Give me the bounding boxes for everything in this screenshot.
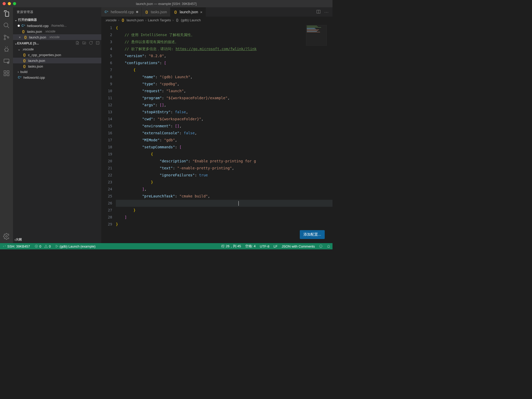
file-item[interactable]: C⁺helloworld.cpp [13, 75, 101, 80]
sidebar: 资源管理器 打开的编辑器 C⁺ helloworld.cpp /home/kb.… [13, 7, 101, 243]
folder-label: build [20, 70, 27, 74]
json-icon: {} [22, 64, 26, 68]
workspace-label: EXAMPLE [S... [17, 42, 39, 45]
explorer-icon[interactable] [3, 10, 10, 17]
status-bar: SSH: 39KB457 0 0 (gdb) Launch (example) … [0, 243, 332, 249]
close-icon[interactable] [3, 2, 6, 5]
file-item[interactable]: {}c_cpp_properties.json [13, 52, 101, 58]
cursor-position[interactable]: 行 26，列 45 [219, 243, 243, 249]
file-path: .vscode [45, 30, 55, 33]
open-editor-item[interactable]: {} tasks.json .vscode [13, 29, 101, 34]
svg-point-11 [6, 236, 8, 237]
folder-item[interactable]: build [13, 69, 101, 75]
file-tree: .vscode {}c_cpp_properties.json {}launch… [13, 46, 101, 80]
outline-header[interactable]: 大纲 [13, 236, 101, 243]
code-editor[interactable]: 1234567891011121314151617181920212223242… [101, 23, 332, 243]
modified-icon [18, 25, 20, 27]
collapse-icon[interactable] [96, 41, 100, 46]
file-label: helloworld.cpp [27, 24, 49, 28]
refresh-icon[interactable] [89, 41, 93, 46]
svg-point-1 [4, 35, 5, 36]
titlebar: launch.json — example [SSH: 39KB457] [0, 0, 332, 7]
crumb[interactable]: Launch Targets [148, 18, 171, 22]
crumb[interactable]: launch.json [127, 18, 144, 22]
debug-status[interactable]: (gdb) Launch (example) [53, 243, 98, 249]
line-numbers: 1234567891011121314151617181920212223242… [101, 23, 116, 243]
cpp-icon: C⁺ [18, 75, 22, 79]
new-file-icon[interactable] [75, 41, 79, 46]
cpp-icon: C⁺ [104, 10, 109, 14]
extensions-icon[interactable] [3, 70, 10, 77]
svg-point-4 [5, 48, 8, 51]
close-icon[interactable]: × [200, 10, 203, 14]
code-content[interactable]: { // 使用 IntelliSense 了解相关属性。 // 悬停以查看现有属… [116, 23, 332, 243]
open-editor-item[interactable]: C⁺ helloworld.cpp /home/kb... [13, 23, 101, 29]
json-icon: {} [175, 18, 179, 22]
json-icon: {} [22, 58, 26, 63]
remote-status[interactable]: SSH: 39KB457 [0, 243, 32, 249]
tab-bar: C⁺helloworld.cpp {}tasks.json {}launch.j… [101, 7, 332, 17]
activity-bar [0, 7, 13, 243]
tab-label: helloworld.cpp [111, 10, 134, 14]
tab[interactable]: {}tasks.json [142, 7, 170, 17]
svg-rect-10 [7, 71, 9, 73]
maximize-icon[interactable] [13, 2, 16, 5]
language-mode[interactable]: JSON with Comments [280, 243, 317, 249]
modified-icon [136, 11, 138, 13]
open-editors-label: 打开的编辑器 [18, 18, 37, 22]
more-icon[interactable]: ··· [324, 10, 329, 14]
file-label: tasks.json [27, 30, 42, 34]
crumb[interactable]: (gdb) Launch [181, 18, 201, 22]
json-icon: {} [23, 35, 28, 39]
debug-icon[interactable] [3, 46, 10, 53]
open-editors-header[interactable]: 打开的编辑器 [13, 17, 101, 23]
crumb[interactable]: .vscode [105, 18, 117, 22]
problems-status[interactable]: 0 0 [32, 243, 53, 249]
json-icon: {} [174, 10, 178, 14]
folder-label: .vscode [22, 47, 34, 51]
json-icon: {} [21, 29, 25, 34]
folder-item[interactable]: .vscode [13, 46, 101, 52]
settings-icon[interactable] [3, 233, 10, 240]
editor-area: C⁺helloworld.cpp {}tasks.json {}launch.j… [101, 7, 332, 243]
window-title: launch.json — example [SSH: 39KB457] [136, 2, 196, 6]
file-item[interactable]: {}tasks.json [13, 63, 101, 69]
encoding[interactable]: UTF-8 [258, 243, 271, 249]
open-editor-item[interactable]: × {} launch.json .vscode [13, 34, 101, 40]
tab[interactable]: C⁺helloworld.cpp [101, 7, 142, 17]
json-icon: {} [121, 18, 125, 22]
source-control-icon[interactable] [3, 34, 10, 41]
file-item[interactable]: {}launch.json [13, 58, 101, 63]
split-editor-icon[interactable] [316, 9, 321, 15]
sidebar-title: 资源管理器 [13, 7, 101, 17]
svg-point-0 [4, 23, 8, 27]
minimap[interactable] [306, 25, 327, 46]
svg-rect-8 [4, 74, 6, 76]
file-label: launch.json [28, 59, 45, 63]
svg-rect-9 [7, 74, 9, 76]
indentation[interactable]: 空格: 4 [243, 243, 258, 249]
window-controls [0, 2, 16, 5]
outline-label: 大纲 [16, 237, 22, 242]
notifications-icon[interactable] [325, 243, 332, 249]
file-path: /home/kb... [51, 24, 66, 28]
tab[interactable]: {}launch.json× [170, 7, 206, 17]
minimize-icon[interactable] [8, 2, 11, 5]
eol[interactable]: LF [271, 243, 280, 249]
new-folder-icon[interactable] [82, 41, 86, 46]
close-icon[interactable]: × [18, 35, 22, 39]
svg-point-2 [4, 38, 5, 40]
feedback-icon[interactable] [317, 243, 325, 249]
svg-point-15 [320, 245, 322, 248]
file-path: .vscode [49, 35, 59, 39]
remote-icon[interactable] [3, 58, 10, 65]
search-icon[interactable] [3, 22, 10, 29]
tab-label: tasks.json [151, 10, 167, 14]
tab-label: launch.json [180, 10, 198, 14]
add-config-button[interactable]: 添加配置... [300, 230, 325, 239]
workspace-header[interactable]: EXAMPLE [S... [13, 40, 101, 46]
cpp-icon: C⁺ [21, 24, 25, 28]
file-label: tasks.json [28, 64, 43, 68]
breadcrumb[interactable]: .vscode› {}launch.json› Launch Targets› … [101, 17, 332, 23]
file-label: launch.json [29, 35, 46, 39]
